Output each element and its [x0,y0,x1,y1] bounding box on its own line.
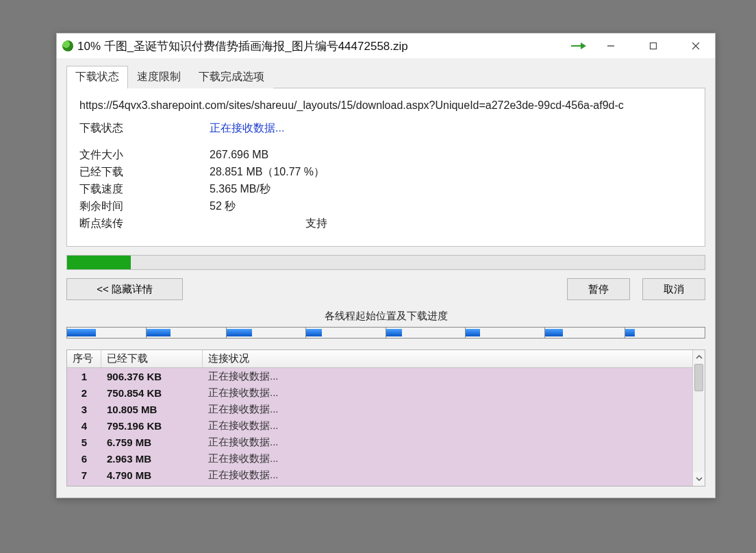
threads-table-body: 1906.376 KB正在接收数据...2750.854 KB正在接收数据...… [67,368,692,486]
cell-num: 2 [67,387,101,399]
label-file-size: 文件大小 [79,148,168,162]
scroll-track[interactable] [693,364,705,472]
chunk-segment [545,328,625,338]
table-row[interactable]: 1906.376 KB正在接收数据... [67,368,692,384]
cell-downloaded: 4.790 MB [101,469,203,481]
cell-status: 正在接收数据... [203,403,692,416]
cell-status: 正在接收数据... [203,419,692,432]
chunk-segment-fill [625,329,635,336]
cell-status: 正在接收数据... [203,436,692,449]
scroll-thumb[interactable] [694,364,703,391]
table-scrollbar[interactable] [692,350,705,486]
row-speed: 下载速度 5.365 MB/秒 [79,182,692,197]
row-downloaded: 已经下载 28.851 MB（10.77 %） [79,165,692,180]
svg-rect-1 [651,43,657,49]
table-row[interactable]: 56.759 MB正在接收数据... [67,434,692,450]
row-time-left: 剩余时间 52 秒 [79,199,692,214]
table-row[interactable]: 74.790 MB正在接收数据... [67,467,692,483]
tab-download-status[interactable]: 下载状态 [66,66,128,88]
chunk-segment [386,328,466,338]
scroll-up-button[interactable] [693,350,705,364]
cell-downloaded: 750.854 KB [101,387,203,399]
cell-downloaded: 906.376 KB [101,371,203,382]
app-icon [62,40,73,51]
cell-num: 1 [67,371,101,382]
window-title: 10% 千图_圣诞节知识付费借势插画海报_图片编号44472558.zip [77,38,568,54]
tab-speed-limit[interactable]: 速度限制 [128,66,190,88]
value-time-left: 52 秒 [168,199,236,214]
cell-num: 6 [67,453,101,465]
chunk-segment [147,328,226,338]
cell-status: 正在接收数据... [203,370,692,383]
client-area: 下载状态 速度限制 下载完成选项 https://54qvx3.sharepoi… [57,58,715,497]
chunk-progress-bar [66,327,705,339]
cell-status: 正在接收数据... [203,452,692,465]
chunk-segment [306,328,386,338]
cancel-button[interactable]: 取消 [642,278,705,300]
status-panel: https://54qvx3.sharepoint.com/sites/shar… [66,88,705,247]
row-resume: 断点续传 支持 [79,217,692,231]
cell-num: 3 [67,404,101,415]
tab-bar: 下载状态 速度限制 下载完成选项 [66,66,705,88]
cell-num: 7 [67,469,101,481]
label-speed: 下载速度 [79,182,168,197]
th-num[interactable]: 序号 [67,350,101,367]
chunk-segment-fill [386,329,402,336]
label-downloaded: 已经下载 [79,165,168,180]
cell-downloaded: 2.963 MB [101,453,203,465]
table-row[interactable]: 62.963 MB正在接收数据... [67,450,692,467]
chunk-segment-fill [306,329,322,336]
cell-status: 正在接收数据... [203,469,692,482]
label-time-left: 剩余时间 [79,199,168,214]
chunk-segment-fill [227,329,252,336]
row-file-size: 文件大小 267.696 MB [79,148,692,162]
window-buttons [596,36,711,56]
table-row[interactable]: 2750.854 KB正在接收数据... [67,384,692,401]
cell-downloaded: 6.759 MB [101,437,203,448]
cell-downloaded: 10.805 MB [101,404,203,415]
overall-progress-fill [67,256,131,269]
value-status: 正在接收数据... [168,121,284,136]
value-speed: 5.365 MB/秒 [168,182,270,197]
chunk-segment [466,328,545,338]
threads-table: 序号 已经下载 连接状况 1906.376 KB正在接收数据...2750.85… [66,349,705,487]
transfer-arrow-icon [568,40,589,51]
cell-num: 4 [67,420,101,432]
minimize-button[interactable] [596,36,626,56]
button-row: << 隐藏详情 暂停 取消 [66,278,705,300]
table-row[interactable]: 310.805 MB正在接收数据... [67,401,692,417]
value-resume: 支持 [168,217,327,231]
chunk-segment [625,328,705,338]
scroll-down-button[interactable] [693,472,705,486]
cell-downloaded: 795.196 KB [101,420,203,432]
th-downloaded[interactable]: 已经下载 [101,350,203,367]
chunk-segment [67,328,147,338]
cell-num: 5 [67,437,101,448]
cell-status: 正在接收数据... [203,386,692,400]
hide-details-button[interactable]: << 隐藏详情 [66,278,183,300]
value-file-size: 267.696 MB [168,149,268,161]
titlebar[interactable]: 10% 千图_圣诞节知识付费借势插画海报_图片编号44472558.zip [57,34,715,58]
row-status: 下载状态 正在接收数据... [79,121,692,136]
chunk-segment [227,328,306,338]
table-row[interactable]: 4795.196 KB正在接收数据... [67,417,692,434]
download-dialog: 10% 千图_圣诞节知识付费借势插画海报_图片编号44472558.zip 下载… [56,33,716,498]
value-downloaded: 28.851 MB（10.77 %） [168,165,325,180]
chunk-section-label: 各线程起始位置及下载进度 [66,310,705,323]
th-status[interactable]: 连接状况 [203,350,692,367]
chunk-segment-fill [545,329,562,336]
maximize-button[interactable] [638,36,668,56]
close-button[interactable] [681,36,711,56]
threads-table-header: 序号 已经下载 连接状况 [67,350,692,368]
label-resume: 断点续传 [79,217,168,231]
chunk-segment-fill [147,329,171,336]
overall-progress-bar [66,255,705,270]
chunk-segment-fill [67,329,96,336]
pause-button[interactable]: 暂停 [567,278,630,300]
chunk-segment-fill [466,329,480,336]
tab-on-complete[interactable]: 下载完成选项 [190,66,273,88]
label-status: 下载状态 [79,121,168,136]
download-url: https://54qvx3.sharepoint.com/sites/shar… [79,99,692,112]
